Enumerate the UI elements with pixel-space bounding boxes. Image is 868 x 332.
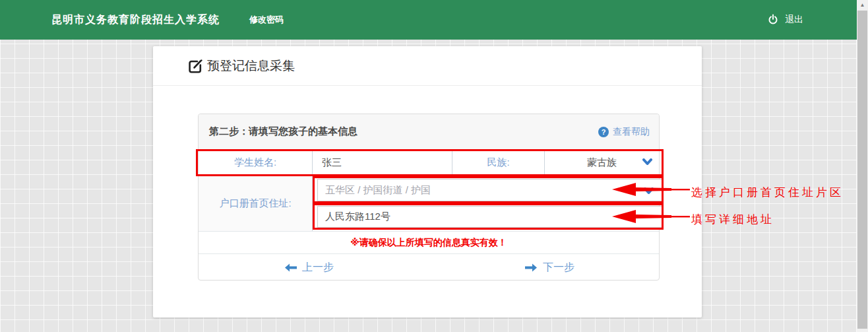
- annotation-detail: 填写详细地址: [691, 212, 774, 227]
- app-title: 昆明市义务教育阶段招生入学系统: [51, 0, 220, 40]
- ethnicity-value: 蒙古族: [587, 156, 617, 169]
- next-step-label: 下一步: [543, 261, 574, 275]
- panel-header: 第二步：请填写您孩子的基本信息 ? 查看帮助: [199, 114, 659, 150]
- scrollbar-thumb[interactable]: [857, 11, 867, 329]
- logout-label: 退出: [785, 14, 803, 26]
- step-title: 第二步：请填写您孩子的基本信息: [209, 125, 357, 138]
- pre-registration-card: 预登记信息采集 第二步：请填写您孩子的基本信息 ? 查看帮助 学生姓名: 民族:…: [153, 46, 702, 317]
- arrow-right-icon: [525, 263, 538, 272]
- scroll-up-arrow-icon[interactable]: ▲: [857, 0, 868, 11]
- edit-icon: [187, 59, 203, 75]
- app-header: 昆明市义务教育阶段招生入学系统 修改密码 退出: [0, 0, 868, 40]
- logout-button[interactable]: 退出: [767, 0, 803, 40]
- form-panel: 第二步：请填写您孩子的基本信息 ? 查看帮助 学生姓名: 民族: 蒙古族 户口册…: [198, 114, 660, 281]
- chevron-down-icon: [642, 158, 652, 166]
- row-address: 户口册首页住址: 五华区 / 护国街道 / 护国: [199, 176, 659, 232]
- page-title: 预登记信息采集: [207, 57, 295, 75]
- student-name-input[interactable]: [322, 157, 452, 168]
- address-district-select[interactable]: 五华区 / 护国街道 / 护国: [317, 179, 662, 201]
- next-step-button[interactable]: 下一步: [525, 254, 574, 281]
- address-inputs: 五华区 / 护国街道 / 护国: [313, 176, 659, 231]
- row-basic-info: 学生姓名: 民族: 蒙古族: [199, 150, 659, 176]
- student-name-cell: [313, 150, 452, 176]
- power-icon: [767, 14, 779, 26]
- vertical-scrollbar[interactable]: ▲: [857, 0, 868, 332]
- help-label: 查看帮助: [613, 126, 650, 138]
- address-label: 户口册首页住址:: [199, 176, 313, 231]
- student-name-label: 学生姓名:: [199, 150, 313, 176]
- prev-step-label: 上一步: [302, 261, 334, 275]
- warning-row: ※请确保以上所填写的信息真实有效！: [199, 232, 659, 254]
- address-detail-input[interactable]: [318, 207, 662, 227]
- address-district-value: 五华区 / 护国街道 / 护国: [325, 184, 431, 197]
- prev-step-button[interactable]: 上一步: [284, 254, 334, 281]
- annotation-district: 选择户口册首页住址片区: [691, 185, 844, 200]
- address-detail-box: [317, 206, 662, 228]
- card-title-row: 预登记信息采集: [153, 46, 702, 86]
- ethnicity-label: 民族:: [452, 150, 545, 176]
- chevron-down-icon: [644, 187, 654, 195]
- change-password-link[interactable]: 修改密码: [249, 0, 284, 40]
- question-circle-icon: ?: [598, 127, 609, 137]
- view-help-link[interactable]: ? 查看帮助: [598, 126, 650, 138]
- warning-text: ※请确保以上所填写的信息真实有效！: [350, 237, 507, 249]
- arrow-left-icon: [284, 263, 297, 272]
- ethnicity-select[interactable]: 蒙古族: [545, 150, 659, 176]
- nav-row: 上一步 下一步: [199, 254, 659, 281]
